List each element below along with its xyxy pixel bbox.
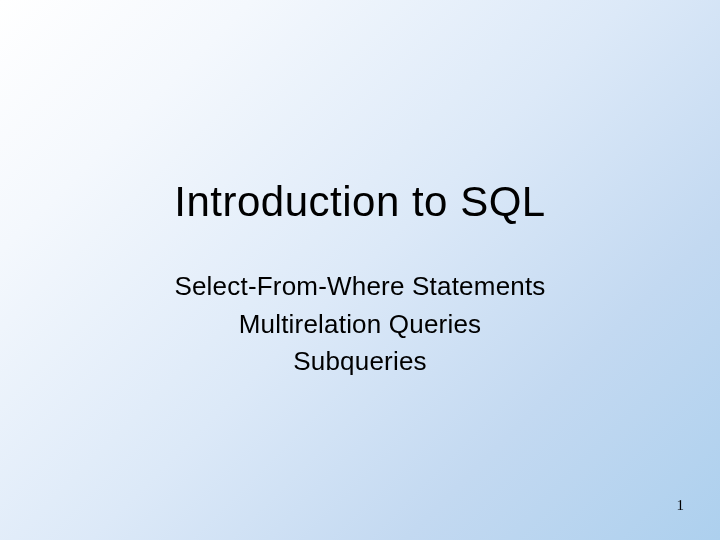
subtitle-line-1: Select-From-Where Statements bbox=[174, 268, 545, 306]
slide-container: Introduction to SQL Select-From-Where St… bbox=[0, 0, 720, 540]
subtitle-line-2: Multirelation Queries bbox=[174, 306, 545, 344]
slide-title: Introduction to SQL bbox=[174, 178, 545, 226]
subtitle-line-3: Subqueries bbox=[174, 343, 545, 381]
slide-subtitles: Select-From-Where Statements Multirelati… bbox=[174, 268, 545, 381]
page-number: 1 bbox=[677, 497, 685, 514]
